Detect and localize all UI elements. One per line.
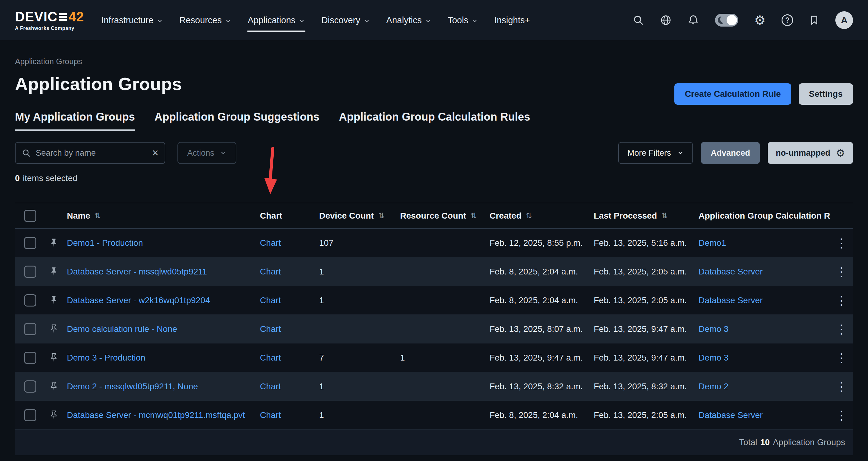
sort-icon[interactable]: ⇅	[526, 211, 532, 220]
row-checkbox[interactable]	[24, 409, 36, 421]
column-label: Chart	[260, 211, 282, 221]
saved-filter-chip[interactable]: no-unmapped ⚙	[768, 142, 853, 164]
group-name-link[interactable]: Demo 2 - mssqlwd05tp9211, None	[67, 382, 198, 391]
unpin-icon[interactable]	[49, 324, 59, 334]
group-name-link[interactable]: Demo 3 - Production	[67, 353, 145, 362]
calculation-rule-link[interactable]: Database Server	[699, 296, 763, 305]
gear-icon[interactable]: ⚙	[754, 13, 766, 28]
kebab-menu-icon[interactable]: ⋮	[835, 237, 847, 249]
bookmark-icon[interactable]	[809, 15, 819, 25]
clear-search-icon[interactable]: ×	[152, 147, 158, 159]
globe-icon[interactable]	[660, 14, 672, 26]
group-name-link[interactable]: Database Server - mssqlwd05tp9211	[67, 267, 207, 276]
kebab-menu-icon[interactable]: ⋮	[835, 381, 847, 393]
selection-label: items selected	[23, 173, 78, 183]
unpin-icon[interactable]	[49, 353, 59, 363]
sort-icon[interactable]: ⇅	[378, 211, 384, 220]
unpin-icon[interactable]	[49, 381, 59, 392]
column-header-calculation-rule: Application Group Calculation Rule	[699, 211, 830, 221]
kebab-menu-icon[interactable]: ⋮	[835, 323, 847, 335]
more-filters-dropdown[interactable]: More Filters	[618, 142, 693, 164]
row-checkbox[interactable]	[24, 237, 36, 249]
nav-item-analytics[interactable]: Analytics	[386, 0, 431, 40]
pin-icon[interactable]	[49, 295, 59, 306]
group-name-link[interactable]: Demo1 - Production	[67, 238, 143, 248]
row-checkbox[interactable]	[24, 294, 36, 306]
nav-item-applications[interactable]: Applications	[248, 0, 305, 40]
chart-link[interactable]: Chart	[260, 267, 281, 276]
row-checkbox[interactable]	[24, 266, 36, 278]
calculation-rule-link[interactable]: Demo 2	[699, 382, 728, 391]
calculation-rule-link[interactable]: Database Server	[699, 410, 763, 420]
sort-icon[interactable]: ⇅	[470, 211, 477, 220]
kebab-menu-icon[interactable]: ⋮	[835, 266, 847, 278]
column-header-resource-count[interactable]: Resource Count ⇅	[400, 211, 490, 221]
kebab-menu-icon[interactable]: ⋮	[835, 352, 847, 364]
kebab-menu-icon[interactable]: ⋮	[835, 294, 847, 306]
chart-link[interactable]: Chart	[260, 410, 281, 420]
column-header-last-processed[interactable]: Last Processed ⇅	[594, 211, 699, 221]
nav-item-label: Analytics	[386, 15, 422, 25]
table-header-row: Name ⇅ Chart Device Count ⇅ Resource Cou…	[15, 203, 853, 229]
kebab-menu-icon[interactable]: ⋮	[835, 409, 847, 421]
calculation-rule-link[interactable]: Demo1	[699, 238, 726, 248]
tab-application-group-calculation-rules[interactable]: Application Group Calculation Rules	[339, 110, 530, 131]
resource-count-value: 1	[400, 353, 490, 363]
search-icon	[22, 149, 31, 158]
nav-item-tools[interactable]: Tools	[448, 0, 478, 40]
nav-item-discovery[interactable]: Discovery	[321, 0, 370, 40]
bell-icon[interactable]	[687, 14, 699, 26]
calculation-rule-link[interactable]: Database Server	[699, 267, 763, 276]
search-icon[interactable]	[632, 14, 644, 26]
group-name-link[interactable]: Demo calculation rule - None	[67, 324, 177, 334]
chart-link[interactable]: Chart	[260, 353, 281, 362]
tab-my-application-groups[interactable]: My Application Groups	[15, 110, 135, 131]
advanced-button[interactable]: Advanced	[701, 142, 760, 164]
nav-item-insights[interactable]: Insights+	[494, 0, 530, 40]
group-name-link[interactable]: Database Server - w2k16wq01tp9204	[67, 296, 210, 305]
search-box[interactable]: ×	[15, 142, 165, 164]
user-avatar[interactable]: A	[835, 11, 853, 29]
group-name-link[interactable]: Database Server - mcmwq01tp9211.msftqa.p…	[67, 410, 245, 420]
calculation-rule-link[interactable]: Demo 3	[699, 324, 728, 334]
navbar-icons: ⚙ ? A	[632, 11, 853, 29]
page-header: Application Groups Application Groups Cr…	[0, 57, 868, 94]
sort-icon[interactable]: ⇅	[661, 211, 668, 220]
row-checkbox[interactable]	[24, 352, 36, 364]
table-row: Database Server - w2k16wq01tp9204 Chart …	[15, 286, 853, 315]
chart-link[interactable]: Chart	[260, 238, 281, 248]
column-header-created[interactable]: Created ⇅	[490, 211, 594, 221]
nav-item-label: Tools	[448, 15, 468, 25]
chart-link[interactable]: Chart	[260, 382, 281, 391]
row-checkbox[interactable]	[24, 323, 36, 335]
chart-link[interactable]: Chart	[260, 324, 281, 334]
help-icon[interactable]: ?	[781, 14, 793, 26]
column-header-device-count[interactable]: Device Count ⇅	[319, 211, 400, 221]
nav-item-resources[interactable]: Resources	[179, 0, 231, 40]
pin-icon[interactable]	[49, 238, 59, 248]
chevron-down-icon	[425, 18, 431, 24]
device42-logo[interactable]: DEVIC 42 A Freshworks Company	[15, 9, 84, 31]
theme-toggle[interactable]	[715, 14, 738, 27]
logo-text-accent: 42	[68, 9, 84, 25]
calculation-rule-link[interactable]: Demo 3	[699, 353, 728, 362]
select-all-checkbox[interactable]	[24, 210, 36, 222]
column-header-chart: Chart	[260, 211, 319, 221]
table-row: Database Server - mcmwq01tp9211.msftqa.p…	[15, 401, 853, 430]
column-header-name[interactable]: Name ⇅	[64, 211, 260, 221]
unpin-icon[interactable]	[49, 410, 59, 420]
pin-icon[interactable]	[49, 266, 59, 277]
device-count-value: 107	[319, 238, 400, 248]
gear-icon[interactable]: ⚙	[836, 147, 845, 159]
row-checkbox[interactable]	[24, 381, 36, 393]
chevron-down-icon	[225, 18, 231, 24]
settings-button[interactable]: Settings	[799, 84, 853, 105]
sort-icon[interactable]: ⇅	[94, 211, 101, 220]
create-calculation-rule-button[interactable]: Create Calculation Rule	[674, 84, 791, 105]
tab-application-group-suggestions[interactable]: Application Group Suggestions	[155, 110, 319, 131]
chart-link[interactable]: Chart	[260, 296, 281, 305]
actions-dropdown[interactable]: Actions	[178, 142, 237, 164]
nav-item-infrastructure[interactable]: Infrastructure	[101, 0, 163, 40]
search-input[interactable]	[36, 149, 147, 158]
last-processed-value: Feb. 13, 2025, 2:05 a.m.	[594, 267, 699, 276]
